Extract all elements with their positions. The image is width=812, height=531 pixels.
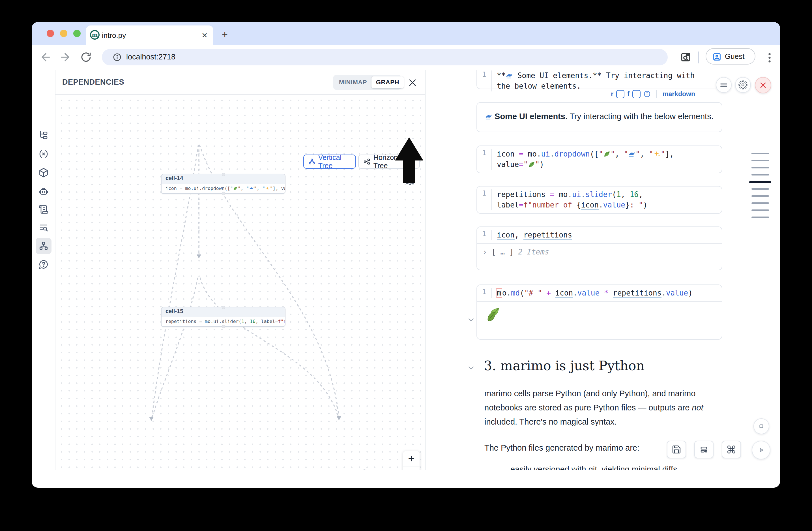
- close-window-button[interactable]: [47, 30, 54, 37]
- minimap-dash[interactable]: [752, 153, 769, 154]
- f-checkbox-icon[interactable]: [632, 90, 640, 98]
- url-bar[interactable]: localhost:2718: [102, 49, 668, 66]
- minimap-dash[interactable]: [752, 188, 769, 190]
- screenshot-root: m intro.py ✕ + localhost:2718: [0, 0, 812, 531]
- maximize-window-button[interactable]: [73, 30, 81, 37]
- minimap-dash[interactable]: [752, 195, 769, 197]
- r-toggle[interactable]: r: [611, 90, 613, 98]
- horizontal-tree-icon: [363, 157, 371, 166]
- minimap-dash[interactable]: [752, 167, 769, 169]
- site-info-icon[interactable]: [113, 53, 122, 62]
- play-icon: [756, 446, 766, 455]
- code-line[interactable]: icon, repetitions: [497, 230, 722, 240]
- tab-title: intro.py: [102, 31, 126, 40]
- code-line[interactable]: ** Some UI elements.** Try interacting w…: [497, 71, 722, 81]
- stop-icon: [757, 422, 766, 431]
- command-icon: [727, 445, 736, 454]
- graph-node-cell-15[interactable]: cell-15 repetitions = mo.ui.slider(1, 16…: [161, 307, 286, 327]
- code-line[interactable]: label=f"number of {icon.value}: "): [497, 200, 722, 210]
- cell-output-leaf: [477, 301, 722, 328]
- clipped-list-item: easily versioned with git, yielding mini…: [510, 462, 742, 470]
- save-icon: [672, 445, 681, 454]
- code-line[interactable]: value=""): [497, 159, 722, 170]
- run-button[interactable]: [752, 441, 770, 459]
- code-cell-tuple[interactable]: 1 icon, repetitions › [ … ] 2 Items: [476, 227, 722, 270]
- browser-menu-icon[interactable]: [763, 52, 776, 64]
- minimize-window-button[interactable]: [60, 30, 67, 37]
- sidebar-item-file-tree[interactable]: [35, 127, 52, 143]
- graph-node-cell-14[interactable]: cell-14 icon = mo.ui.dropdown(["", "", "…: [161, 174, 286, 194]
- cell-output-collapsed[interactable]: › [ … ] 2 Items: [477, 243, 722, 260]
- interrupt-button[interactable]: [753, 418, 769, 434]
- collapse-chevron-icon[interactable]: [467, 316, 475, 324]
- sidebar-item-help[interactable]: [35, 256, 52, 272]
- node-code: repetitions = mo.ui.slider(1, 16, label=…: [162, 317, 285, 326]
- forward-icon[interactable]: [59, 51, 71, 63]
- minimap-dash[interactable]: [752, 160, 769, 161]
- sidebar-item-dependency-graph[interactable]: [35, 238, 52, 254]
- markdown-output-text: Some UI elements. Try interacting with t…: [477, 103, 722, 121]
- notebook-menu-button[interactable]: [716, 77, 731, 93]
- code-cell-dropdown[interactable]: 1 icon = mo.ui.dropdown(["", "", ""], va…: [476, 145, 722, 173]
- graph-edges: [56, 95, 425, 470]
- reload-icon[interactable]: [80, 51, 92, 63]
- sidebar-item-variables[interactable]: [35, 146, 52, 162]
- code-cell-slider[interactable]: 1 repetitions = mo.ui.slider(1, 16, labe…: [476, 186, 722, 214]
- node-code: icon = mo.ui.dropdown(["", "", ""], valu…: [162, 184, 285, 193]
- browser-window: m intro.py ✕ + localhost:2718: [32, 22, 780, 488]
- zoom-out-button[interactable]: −: [403, 467, 420, 470]
- code-line[interactable]: repetitions = mo.ui.slider(1, 16,: [497, 189, 722, 200]
- browser-tab[interactable]: m intro.py ✕: [86, 26, 213, 45]
- zoom-in-button[interactable]: +: [403, 451, 420, 467]
- profile-button[interactable]: Guest: [706, 48, 755, 64]
- app-sidebar: [32, 70, 56, 470]
- sidebar-item-ai-assistant[interactable]: [35, 183, 52, 199]
- keyboard-shortcuts-button[interactable]: [722, 441, 741, 458]
- view-toggle: MINIMAP GRAPH: [333, 75, 401, 90]
- section-heading: 3. marimo is just Python: [484, 358, 644, 373]
- minimap-dash[interactable]: [752, 202, 769, 204]
- sidebar-item-scratchpad[interactable]: [35, 202, 52, 217]
- code-cell-momd[interactable]: 1 mo.md("# " + icon.value * repetitions.…: [476, 285, 722, 340]
- section-paragraph: marimo cells parse Python (and only Pyth…: [484, 386, 716, 429]
- new-tab-icon[interactable]: +: [222, 29, 228, 41]
- tab-minimap[interactable]: MINIMAP: [334, 76, 372, 88]
- f-toggle[interactable]: f: [627, 90, 629, 98]
- minimap-dash-active[interactable]: [749, 181, 771, 183]
- line-number: 1: [477, 71, 491, 91]
- r-checkbox-icon[interactable]: [616, 90, 624, 98]
- section-collapse-chevron-icon[interactable]: [467, 364, 475, 372]
- tab-search-icon[interactable]: [680, 51, 693, 63]
- save-button[interactable]: [667, 441, 686, 458]
- code-line[interactable]: icon = mo.ui.dropdown(["", "", ""],: [497, 149, 722, 159]
- minimap-dash[interactable]: [752, 210, 769, 211]
- profile-avatar-icon: [712, 52, 722, 61]
- markdown-toolbar: r f markdown: [611, 90, 695, 98]
- minimap-dash[interactable]: [752, 174, 769, 175]
- panel-title: DEPENDENCIES: [62, 78, 124, 87]
- tab-graph[interactable]: GRAPH: [372, 76, 404, 88]
- panel-close-icon[interactable]: [408, 78, 417, 87]
- graph-zoom-controls: + −: [403, 451, 420, 470]
- browser-toolbar: localhost:2718 Guest: [32, 45, 780, 70]
- back-icon[interactable]: [40, 51, 52, 63]
- line-number: 1: [477, 189, 491, 210]
- markdown-output-cell: Some UI elements. Try interacting with t…: [476, 102, 722, 132]
- browser-tabstrip: m intro.py ✕ +: [32, 22, 780, 45]
- language-label[interactable]: markdown: [663, 90, 695, 98]
- sidebar-item-logs-search[interactable]: [35, 220, 52, 235]
- minimap-dash[interactable]: [752, 217, 769, 218]
- layout-toggle-button[interactable]: [694, 441, 713, 458]
- markdown-cell-editor[interactable]: 1 ** Some UI elements.** Try interacting…: [476, 70, 722, 89]
- code-line[interactable]: mo.md("# " + icon.value * repetitions.va…: [497, 288, 722, 298]
- sidebar-item-packages[interactable]: [35, 165, 52, 181]
- graph-canvas[interactable]: cell-14 icon = mo.ui.dropdown(["", "", "…: [56, 95, 425, 470]
- node-title: cell-15: [162, 307, 285, 317]
- app-content: DEPENDENCIES MINIMAP GRAPH: [32, 70, 780, 470]
- notebook-settings-button[interactable]: [735, 77, 751, 93]
- shutdown-button[interactable]: [755, 77, 771, 94]
- tab-close-icon[interactable]: ✕: [201, 31, 208, 40]
- url-text[interactable]: localhost:2718: [126, 53, 175, 61]
- info-icon[interactable]: [643, 90, 651, 98]
- vertical-tree-button[interactable]: Vertical Tree: [303, 155, 356, 169]
